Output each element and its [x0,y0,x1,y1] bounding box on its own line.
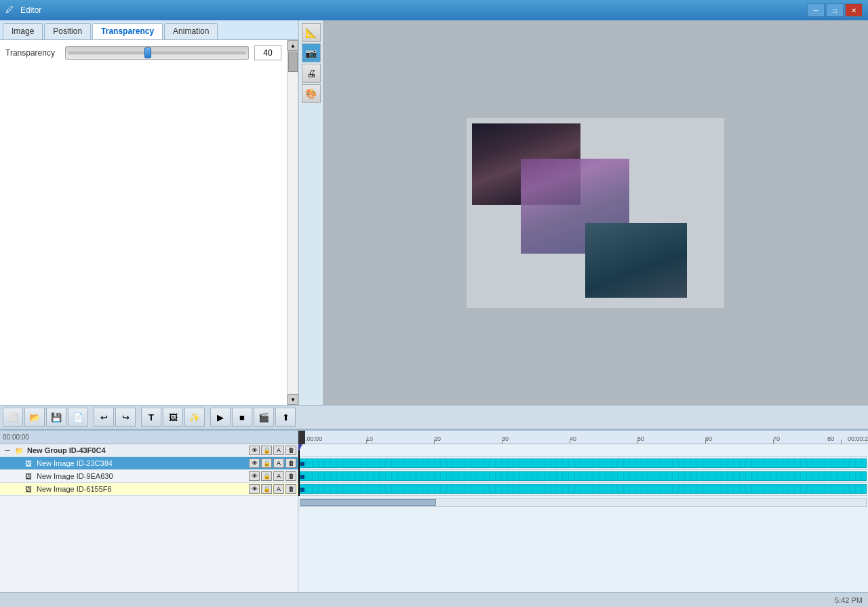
playhead-line [298,444,300,496]
text-button[interactable]: T [141,408,161,427]
transparency-value-input[interactable] [254,45,281,60]
ruler-tick-50 [637,439,638,444]
timeline-bar-img1-fill [300,458,867,468]
import-tool-button[interactable]: 🖨 [302,64,321,83]
track-name-img3: New Image ID-6155F6 [37,485,249,493]
ruler-mark-60: 60 [705,435,712,442]
ruler-mark-end: 00:00:2 [848,435,868,442]
track-row-img1[interactable]: 🖼 New Image ID-23C384 👁 🔒 A 🗑 [0,457,298,470]
play-button[interactable]: ▶ [210,408,231,427]
color-tool-button[interactable]: 🎨 [302,84,321,103]
track-row-img2[interactable]: 🖼 New Image ID-9EA630 👁 🔒 A 🗑 [0,470,298,483]
track-lock-button-3[interactable]: 🔒 [261,484,272,494]
tab-transparency[interactable]: Transparency [92,23,163,39]
track-eye-button[interactable]: 👁 [249,446,260,455]
track-name-group: New Group ID-43F0C4 [27,446,249,454]
track-delete-button-1[interactable]: 🗑 [285,458,296,468]
timeline-start-time: 00:00:00 [3,433,29,441]
track-label-button[interactable]: A [273,446,284,455]
save-button[interactable]: 💾 [46,408,66,427]
app-icon: 🖊 [5,5,16,16]
scroll-thumb[interactable] [288,52,298,72]
stop-button[interactable]: ■ [232,408,252,427]
track-name-img1: New Image ID-23C384 [37,459,249,467]
ruler-tick-80 [841,439,842,444]
panel-content: Transparency ▲ ▼ [0,40,298,405]
image-insert-button[interactable]: 🖼 [163,408,183,427]
camera-tool-button[interactable]: 📷 [302,43,321,62]
timeline-hscrollbar[interactable] [300,498,867,507]
bottom-toolbar: ⬜ 📂 💾 📄 ↩ ↪ T 🖼 ✨ ▶ ■ 🎬 ⬆ [0,405,868,429]
image-icon-2: 🖼 [23,471,34,482]
timeline-bar-img2 [298,470,868,483]
minimize-button[interactable]: ─ [807,3,825,17]
saveas-button[interactable]: 📄 [68,408,88,427]
transparency-slider-container[interactable] [65,46,249,60]
scroll-track [288,51,298,394]
track-lock-button-2[interactable]: 🔒 [261,471,272,481]
track-eye-button-1[interactable]: 👁 [249,458,260,468]
timeline-tracks-right[interactable]: 00:00:00 10 20 30 40 50 60 70 [298,431,868,592]
ruler-mark-50: 50 [637,435,644,442]
image-icon-3: 🖼 [23,484,34,494]
ruler-tool-button[interactable]: 📐 [302,23,321,42]
scroll-down-button[interactable]: ▼ [288,394,298,405]
window-title: Editor [20,5,807,15]
effect-button[interactable]: ✨ [184,408,205,427]
slider-track [68,52,245,54]
close-button[interactable]: ✕ [845,3,863,17]
track-row-group[interactable]: ─ 📁 New Group ID-43F0C4 👁 🔒 A 🗑 [0,444,298,457]
playhead-top [298,431,305,444]
video-button[interactable]: 🎬 [254,408,274,427]
timeline-ruler: 00:00:00 10 20 30 40 50 60 70 [298,431,868,444]
timeline-bars-container [298,444,868,496]
timeline-bar-img3 [298,483,868,496]
tab-animation[interactable]: Animation [164,23,218,39]
track-expand-img2 [3,471,12,481]
photo-3 [585,223,687,298]
ruler-tick-30 [502,439,502,444]
track-eye-button-2[interactable]: 👁 [249,471,260,481]
track-delete-button[interactable]: 🗑 [285,446,296,455]
slider-thumb[interactable] [144,47,151,58]
track-label-button-1[interactable]: A [273,458,284,468]
folder-icon: 📁 [14,445,24,456]
track-delete-button-3[interactable]: 🗑 [285,484,296,494]
tab-image[interactable]: Image [3,23,43,39]
title-bar: 🖊 Editor ─ □ ✕ [0,0,868,20]
open-button[interactable]: 📂 [24,408,45,427]
track-eye-button-3[interactable]: 👁 [249,484,260,494]
tab-position[interactable]: Position [44,23,91,39]
scroll-up-button[interactable]: ▲ [288,40,298,51]
ruler-mark-80: 80 [827,435,834,442]
track-expand-icon[interactable]: ─ [3,446,12,455]
undo-button[interactable]: ↩ [94,408,114,427]
timeline-tracks-left: 00:00:00 ─ 📁 New Group ID-43F0C4 👁 🔒 A 🗑 [0,431,298,592]
ruler-mark-30: 30 [502,435,509,442]
image-icon-1: 🖼 [23,458,34,469]
timeline-bar-group [298,444,868,457]
timeline-section: 00:00:00 ─ 📁 New Group ID-43F0C4 👁 🔒 A 🗑 [0,429,868,592]
redo-button[interactable]: ↪ [115,408,136,427]
track-row-img3[interactable]: 🖼 New Image ID-6155F6 👁 🔒 A 🗑 [0,483,298,496]
ruler-tick-60 [705,439,706,444]
export-button[interactable]: ⬆ [275,408,296,427]
track-delete-button-2[interactable]: 🗑 [285,471,296,481]
track-lock-button-1[interactable]: 🔒 [261,458,272,468]
track-label-button-3[interactable]: A [273,484,284,494]
new-button[interactable]: ⬜ [3,408,23,427]
transparency-label: Transparency [5,48,60,58]
track-lock-button[interactable]: 🔒 [261,446,272,455]
track-label-button-2[interactable]: A [273,471,284,481]
timeline-bar-img3-fill [300,484,867,494]
canvas-area [323,20,868,405]
right-toolbar: 📐 📷 🖨 🎨 [298,20,323,405]
panel-scrollbar: ▲ ▼ [287,40,298,405]
maximize-button[interactable]: □ [826,3,844,17]
timeline-body: 00:00:00 ─ 📁 New Group ID-43F0C4 👁 🔒 A 🗑 [0,431,868,592]
track-controls-img3: 👁 🔒 A 🗑 [249,484,296,494]
timeline-bar-img1 [298,457,868,470]
hscrollbar-thumb[interactable] [300,499,436,506]
canvas-inner [467,118,724,308]
ruler-mark-10: 10 [366,435,373,442]
